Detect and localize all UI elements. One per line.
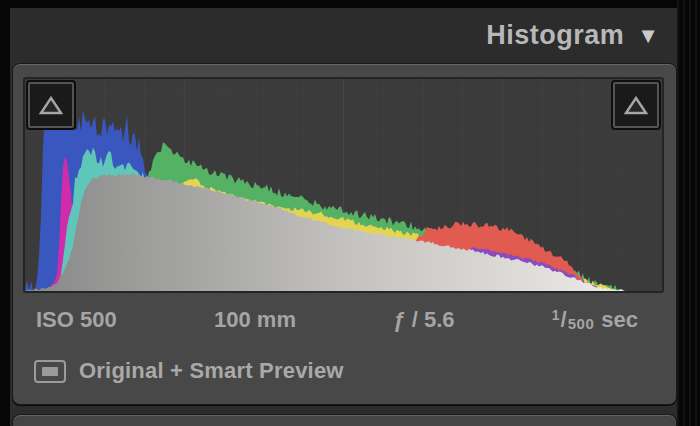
preview-screen-icon xyxy=(34,360,66,383)
collapse-triangle-icon[interactable]: ▼ xyxy=(637,25,659,47)
panel-scroll-strip[interactable] xyxy=(677,0,700,426)
histogram-box: ISO 500 100 mm ƒ / 5.6 1/500sec Original… xyxy=(12,63,677,405)
next-panel-top-edge xyxy=(12,414,677,426)
exif-info-row: ISO 500 100 mm ƒ / 5.6 1/500sec xyxy=(23,298,666,342)
panel-title: Histogram xyxy=(486,20,624,51)
focal-length-value: 100 mm xyxy=(214,307,296,333)
highlight-clipping-button[interactable] xyxy=(613,82,659,128)
shutter-speed-value: 1/500sec xyxy=(552,307,638,333)
shutter-denominator: 500 xyxy=(568,315,595,332)
preview-status-label: Original + Smart Preview xyxy=(79,358,344,384)
shutter-numerator: 1 xyxy=(552,307,560,323)
histogram-chart[interactable] xyxy=(23,77,664,293)
histogram-panel-header[interactable]: Histogram ▼ xyxy=(10,8,677,62)
highlight-clipping-triangle-icon xyxy=(624,96,648,115)
shutter-unit: sec xyxy=(601,307,638,332)
shutter-slash: / xyxy=(561,307,567,333)
smart-preview-status[interactable]: Original + Smart Preview xyxy=(34,351,344,391)
lightroom-histogram-panel: Histogram ▼ ISO 500 100 mm xyxy=(0,0,700,426)
shadow-clipping-button[interactable] xyxy=(28,82,74,128)
aperture-value: ƒ / 5.6 xyxy=(393,307,454,333)
iso-value: ISO 500 xyxy=(36,307,117,333)
histogram-svg xyxy=(25,79,662,291)
shadow-clipping-triangle-icon xyxy=(39,96,63,115)
histogram-panel: Histogram ▼ ISO 500 100 mm xyxy=(10,8,677,426)
